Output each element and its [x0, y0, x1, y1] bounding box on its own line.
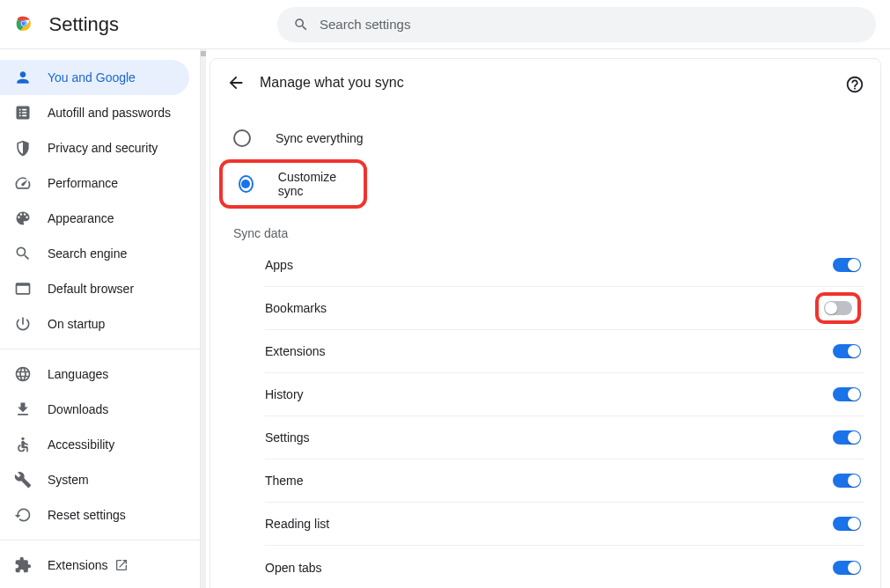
shield-icon — [14, 139, 32, 157]
palette-icon — [14, 209, 32, 227]
sync-item-label: History — [265, 387, 304, 401]
sidebar-item-extensions[interactable]: Extensions — [0, 548, 189, 583]
search-settings-field[interactable] — [277, 7, 876, 42]
sidebar-item-default-browser[interactable]: Default browser — [0, 271, 189, 306]
globe-icon — [14, 365, 32, 383]
wrench-icon — [14, 471, 32, 489]
toggle-theme[interactable] — [833, 474, 861, 488]
sidebar-item-accessibility[interactable]: Accessibility — [0, 427, 189, 462]
sidebar-item-label: Extensions — [48, 558, 107, 572]
sync-data-list: Apps Bookmarks Extensions History — [265, 244, 864, 588]
radio-label: Sync everything — [276, 131, 364, 145]
highlight-customize-sync: Customize sync — [219, 159, 367, 209]
sync-row-extensions: Extensions — [265, 330, 864, 373]
sidebar-separator — [0, 349, 200, 349]
sync-item-label: Reading list — [265, 517, 329, 531]
radio-label: Customize sync — [278, 170, 348, 198]
sidebar-item-label: Search engine — [48, 246, 127, 261]
sidebar-item-label: Reset settings — [48, 508, 126, 522]
sidebar-item-label: Autofill and passwords — [48, 106, 171, 120]
sync-item-label: Apps — [265, 258, 293, 272]
sync-row-theme: Theme — [265, 459, 864, 503]
help-icon[interactable] — [845, 75, 864, 94]
sidebar-item-label: Accessibility — [48, 437, 114, 452]
page-title: Manage what you sync — [260, 75, 404, 91]
main-content: Manage what you sync Sync everything Cus… — [201, 49, 890, 588]
download-icon — [14, 401, 32, 418]
app-header: Settings — [0, 0, 890, 49]
sidebar-item-label: You and Google — [48, 70, 136, 85]
reset-icon — [14, 506, 32, 524]
sync-item-label: Bookmarks — [265, 301, 327, 315]
sidebar-separator — [0, 540, 200, 540]
sidebar-item-search-engine[interactable]: Search engine — [0, 236, 189, 271]
sidebar-nav: You and Google Autofill and passwords Pr… — [0, 49, 201, 588]
sidebar-item-label: System — [48, 473, 89, 487]
sidebar-item-autofill[interactable]: Autofill and passwords — [0, 95, 189, 130]
svg-point-4 — [21, 437, 24, 440]
search-icon — [293, 17, 309, 33]
search-engine-icon — [14, 245, 32, 262]
sync-row-open-tabs: Open tabs — [265, 546, 864, 588]
toggle-bookmarks[interactable] — [824, 301, 852, 315]
puzzle-icon — [14, 556, 32, 574]
toggle-history[interactable] — [833, 387, 861, 401]
browser-icon — [14, 280, 32, 298]
sync-row-reading-list: Reading list — [265, 503, 864, 546]
back-arrow-icon[interactable] — [226, 73, 246, 92]
toggle-apps[interactable] — [833, 258, 861, 272]
sync-item-label: Extensions — [265, 344, 325, 358]
sidebar-item-label: Appearance — [48, 211, 114, 225]
accessibility-icon — [14, 436, 32, 453]
sidebar-item-performance[interactable]: Performance — [0, 165, 189, 201]
person-icon — [14, 69, 32, 86]
sync-row-settings: Settings — [265, 416, 864, 459]
search-settings-input[interactable] — [320, 17, 860, 32]
highlight-bookmarks-toggle — [815, 292, 861, 324]
radio-customize-sync[interactable]: Customize sync — [232, 163, 355, 205]
sync-data-heading: Sync data — [233, 226, 864, 240]
radio-icon — [233, 129, 251, 147]
radio-icon — [239, 175, 254, 193]
sync-row-bookmarks: Bookmarks — [265, 287, 864, 330]
sidebar-item-label: On startup — [48, 317, 105, 331]
sync-row-history: History — [265, 373, 864, 416]
page-header: Manage what you sync — [226, 73, 864, 92]
sidebar-item-appearance[interactable]: Appearance — [0, 201, 189, 236]
speed-icon — [14, 174, 32, 192]
radio-sync-everything[interactable]: Sync everything — [226, 117, 864, 159]
autofill-icon — [14, 104, 32, 121]
sidebar-item-label: Privacy and security — [48, 141, 158, 155]
sync-item-label: Settings — [265, 430, 310, 445]
sidebar-item-privacy[interactable]: Privacy and security — [0, 130, 189, 165]
sync-item-label: Theme — [265, 474, 304, 488]
toggle-open-tabs[interactable] — [833, 561, 861, 575]
sidebar-item-on-startup[interactable]: On startup — [0, 306, 189, 342]
sidebar-item-label: Performance — [48, 176, 118, 190]
app-title: Settings — [49, 13, 120, 36]
chrome-logo-icon — [14, 14, 33, 35]
sync-row-apps: Apps — [265, 244, 864, 287]
sidebar-item-system[interactable]: System — [0, 462, 189, 497]
toggle-extensions[interactable] — [833, 344, 861, 358]
sidebar-item-languages[interactable]: Languages — [0, 356, 189, 392]
sidebar-item-label: Default browser — [48, 282, 134, 296]
sidebar-item-reset[interactable]: Reset settings — [0, 497, 189, 533]
sidebar-item-downloads[interactable]: Downloads — [0, 392, 189, 427]
toggle-reading-list[interactable] — [833, 517, 861, 531]
sidebar-item-you-and-google[interactable]: You and Google — [0, 60, 189, 95]
sync-item-label: Open tabs — [265, 561, 322, 575]
power-icon — [14, 315, 32, 333]
sidebar-item-label: Downloads — [48, 402, 108, 416]
settings-card: Manage what you sync Sync everything Cus… — [210, 58, 881, 588]
sidebar-item-label: Languages — [48, 367, 108, 381]
toggle-settings[interactable] — [833, 430, 861, 445]
external-link-icon — [114, 558, 129, 572]
svg-point-3 — [22, 21, 26, 25]
